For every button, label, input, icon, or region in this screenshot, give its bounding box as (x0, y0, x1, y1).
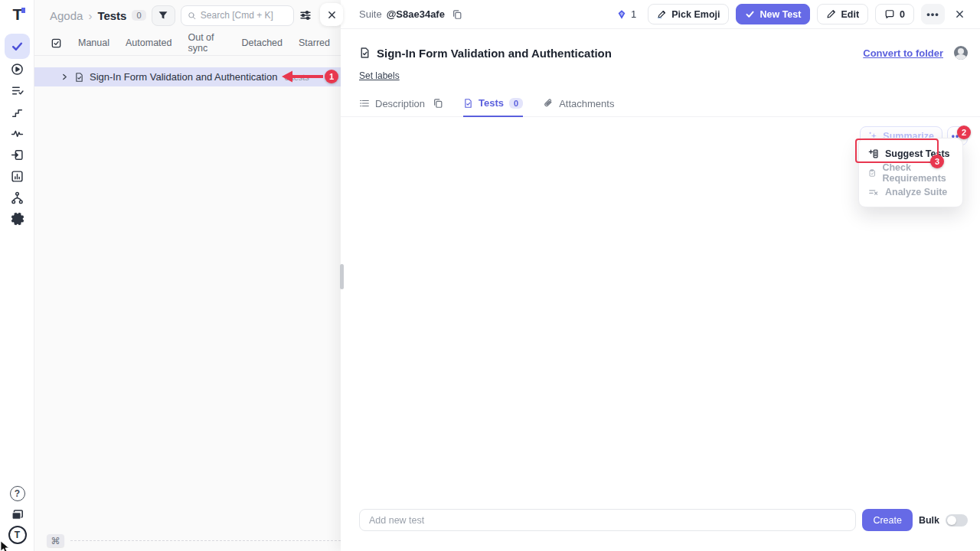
tree-panel-toolbar: Agoda › Tests 0 (34, 0, 341, 31)
create-button[interactable]: Create (862, 509, 913, 531)
copy-icon (452, 9, 462, 20)
new-test-button[interactable]: New Test (736, 4, 810, 24)
annotation-step-1: 1 (325, 70, 338, 83)
suite-tabs: Description Tests 0 Attachments (341, 97, 980, 117)
tree-item-title[interactable]: Sign-In Form Validation and Authenticati… (90, 71, 277, 83)
suite-header: Suite @S8ae34afe 1 Pick Emoji New Test E… (341, 0, 980, 29)
tests-count-badge: 0 (132, 10, 145, 21)
add-test-footer: Create Bulk (359, 509, 968, 531)
menu-suggest-tests[interactable]: Suggest Tests (859, 144, 962, 163)
tests-tab-badge: 0 (509, 98, 523, 109)
filter-detached[interactable]: Detached (241, 37, 283, 48)
breadcrumb-separator: › (88, 9, 92, 22)
close-icon (955, 9, 965, 19)
close-panel-button[interactable] (320, 3, 343, 26)
suite-title: Sign-In Form Validation and Authenticati… (377, 47, 612, 60)
filter-button[interactable] (152, 5, 175, 26)
add-test-input[interactable] (359, 509, 856, 531)
tab-tests[interactable]: Tests 0 (463, 97, 523, 117)
bulk-label: Bulk (919, 515, 939, 526)
suggest-tests-icon (868, 148, 879, 159)
suite-id: @S8ae34afe (387, 8, 445, 20)
emoji-pen-icon (657, 9, 667, 19)
breadcrumb-project[interactable]: Agoda (50, 9, 83, 22)
bulk-toggle[interactable] (946, 514, 968, 527)
convert-to-folder-link[interactable]: Convert to folder (863, 47, 943, 59)
header-more-button[interactable]: ••• (921, 4, 945, 24)
filter-out-of-sync[interactable]: Out of sync (188, 32, 225, 54)
app-rail: T ? T (0, 0, 34, 551)
filter-tabs: Manual Automated Out of sync Detached St… (34, 31, 341, 56)
edit-button[interactable]: Edit (817, 4, 868, 24)
comments-count: 0 (900, 9, 905, 20)
app-logo[interactable]: T (8, 5, 28, 24)
set-labels-link[interactable]: Set labels (359, 70, 400, 81)
suite-doc-icon (74, 72, 84, 83)
search-input[interactable] (201, 10, 287, 21)
logo-accent (21, 8, 25, 13)
filter-starred[interactable]: Starred (299, 37, 330, 48)
tab-description[interactable]: Description (359, 98, 425, 116)
tab-attachments[interactable]: Attachments (543, 98, 614, 116)
close-detail-button[interactable] (952, 9, 968, 19)
annotation-arrow-1 (282, 70, 325, 83)
list-icon (359, 98, 370, 109)
search-box[interactable] (181, 5, 294, 26)
menu-analyze-suite[interactable]: Analyze Suite (859, 182, 962, 201)
nav-settings-icon[interactable] (5, 206, 30, 231)
gem-count: 1 (631, 8, 636, 20)
copy-description-button[interactable] (433, 98, 443, 116)
check-icon (745, 9, 755, 19)
toggle-knob (947, 516, 956, 525)
ai-actions-menu: Suggest Tests Check Requirements Analyze… (858, 138, 963, 207)
filter-automated[interactable]: Automated (126, 37, 172, 48)
tree-panel-footer: ⌘ (47, 534, 341, 547)
copy-suite-id-button[interactable] (452, 9, 462, 20)
copy-icon (433, 98, 443, 109)
pencil-icon (826, 9, 836, 19)
nav-tests-icon[interactable] (5, 34, 30, 59)
filter-manual[interactable]: Manual (78, 37, 109, 48)
search-icon (188, 11, 196, 21)
annotation-step-2: 2 (957, 126, 971, 139)
pick-emoji-button[interactable]: Pick Emoji (648, 4, 729, 24)
more-icon: ••• (926, 8, 939, 20)
assignee-avatar[interactable] (954, 46, 968, 60)
suite-doc-icon (463, 98, 473, 109)
comments-button[interactable]: 0 (875, 4, 914, 24)
view-settings-icon[interactable] (299, 9, 312, 21)
suite-title-row: Sign-In Form Validation and Authenticati… (359, 46, 968, 60)
keyboard-shortcut-chip[interactable]: ⌘ (47, 534, 64, 547)
comment-icon (884, 9, 895, 20)
analyze-icon (868, 187, 879, 197)
mouse-cursor (0, 541, 11, 551)
footer-dashed-divider (70, 540, 341, 541)
suite-detail-panel: Suite @S8ae34afe 1 Pick Emoji New Test E… (341, 0, 980, 551)
menu-check-requirements[interactable]: Check Requirements (859, 163, 962, 182)
pick-emoji-label: Pick Emoji (671, 9, 720, 20)
clipboard-check-icon (868, 168, 876, 178)
annotation-step-3: 3 (930, 155, 944, 168)
close-icon (327, 10, 337, 20)
new-test-label: New Test (760, 9, 801, 20)
suite-type-label: Suite (359, 8, 382, 20)
suite-doc-icon (359, 47, 371, 59)
select-all-icon[interactable] (51, 37, 62, 49)
paperclip-icon (543, 98, 554, 109)
gem-icon (616, 9, 627, 20)
gem-counter[interactable]: 1 (616, 8, 636, 20)
edit-label: Edit (841, 9, 859, 20)
panel-resize-handle[interactable] (340, 264, 344, 289)
chevron-right-icon[interactable] (60, 73, 69, 81)
breadcrumb-section[interactable]: Tests (97, 9, 126, 22)
